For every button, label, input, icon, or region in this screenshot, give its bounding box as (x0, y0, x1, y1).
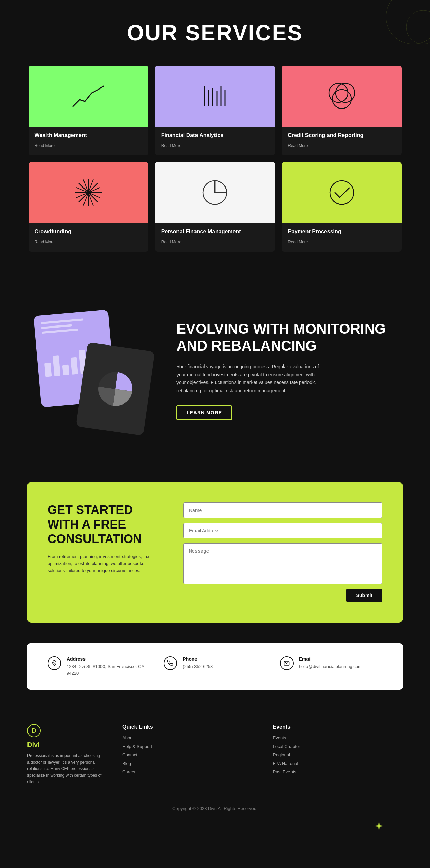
address-icon (48, 656, 61, 670)
analytics-card-body: Financial Data Analytics Read More (155, 127, 275, 155)
consultation-left: GET STARTED WITH A FREE CONSULTATION Fro… (48, 502, 163, 574)
monitoring-illustration (27, 306, 156, 435)
message-input[interactable] (183, 543, 382, 584)
footer-brand-name: Divi (27, 741, 102, 749)
footer-link-events[interactable]: Events (273, 735, 403, 741)
phone-value: (255) 352-6258 (183, 663, 213, 670)
phone-label: Phone (183, 656, 213, 662)
chart-line-2 (41, 324, 72, 329)
footer-copyright: Copyright © 2023 Divi. All Rights Reserv… (27, 799, 403, 811)
svg-point-24 (54, 662, 55, 663)
submit-button[interactable]: Submit (346, 589, 382, 602)
address-info: Address 1234 Divi St. #1000, San Francis… (67, 656, 150, 676)
email-value: hello@divifinancialplanning.com (299, 663, 362, 670)
personal-finance-card-image (155, 162, 275, 223)
wealth-read-more[interactable]: Read More (35, 143, 55, 148)
phone-icon (164, 656, 177, 670)
footer-link-local-chapter[interactable]: Local Chapter (273, 744, 403, 749)
consultation-section: GET STARTED WITH A FREE CONSULTATION Fro… (27, 482, 403, 623)
footer-grid: D Divi Professional is as important as c… (27, 724, 403, 785)
crowdfunding-card-image (29, 162, 148, 223)
email-icon (280, 656, 294, 670)
address-value: 1234 Divi St. #1000, San Francisco, CA 9… (67, 663, 150, 676)
contact-phone-item: Phone (255) 352-6258 (164, 656, 266, 670)
chart-card-front (76, 342, 155, 435)
chart-bar-1 (44, 363, 52, 377)
quick-links-title: Quick Links (122, 724, 253, 730)
contact-address-item: Address 1234 Divi St. #1000, San Francis… (48, 656, 150, 676)
crowdfunding-card-body: Crowdfunding Read More (29, 223, 148, 252)
monitoring-content: EVOLVING WITH MONITORING AND REBALANCING… (176, 320, 403, 420)
analytics-read-more[interactable]: Read More (161, 143, 181, 148)
monitoring-section: EVOLVING WITH MONITORING AND REBALANCING… (0, 279, 430, 462)
monitoring-title: EVOLVING WITH MONITORING AND REBALANCING (176, 320, 403, 355)
footer-link-career[interactable]: Career (122, 769, 253, 774)
footer-events: Events Events Local Chapter Regional FPA… (273, 724, 403, 785)
footer-section: D Divi Professional is as important as c… (0, 704, 430, 825)
crowdfunding-read-more[interactable]: Read More (35, 240, 55, 244)
contact-section: Address 1234 Divi St. #1000, San Francis… (27, 643, 403, 690)
wealth-card-image (29, 66, 148, 127)
credit-card-title: Credit Scoring and Reporting (288, 132, 395, 138)
svg-point-10 (332, 90, 351, 108)
wealth-card-body: Wealth Management Read More (29, 127, 148, 155)
service-card-wealth: Wealth Management Read More (29, 66, 148, 155)
svg-point-1 (406, 10, 430, 44)
footer-link-blog[interactable]: Blog (122, 761, 253, 766)
events-title: Events (273, 724, 403, 730)
chart-line-1 (41, 318, 83, 324)
payment-card-body: Payment Processing Read More (282, 223, 401, 252)
consultation-title: GET STARTED WITH A FREE CONSULTATION (48, 502, 163, 547)
footer-link-past-events[interactable]: Past Events (273, 769, 403, 774)
payment-card-title: Payment Processing (288, 229, 395, 235)
crowdfunding-card-title: Crowdfunding (35, 229, 142, 235)
personal-finance-read-more[interactable]: Read More (161, 240, 181, 244)
consultation-form: Submit (183, 502, 382, 602)
footer-quick-links: Quick Links About Help & Support Contact… (122, 724, 253, 785)
payment-read-more[interactable]: Read More (288, 240, 308, 244)
contact-email-item: Email hello@divifinancialplanning.com (280, 656, 382, 670)
footer-brand-text: Professional is as important as choosing… (27, 753, 102, 785)
address-label: Address (67, 656, 150, 662)
consultation-text: From retirement planning, investment str… (48, 553, 163, 574)
footer-link-help[interactable]: Help & Support (122, 744, 253, 749)
learn-more-button[interactable]: Learn More (176, 405, 232, 420)
credit-read-more[interactable]: Read More (288, 143, 308, 148)
footer-link-fpa-national[interactable]: FPA National (273, 761, 403, 766)
services-grid: Wealth Management Read More Financial Da… (29, 66, 402, 252)
chart-line-3 (42, 329, 78, 334)
services-section: OUR SERVICES Wealth Management Read More (0, 0, 430, 279)
svg-point-0 (386, 0, 430, 44)
personal-finance-card-body: Personal Finance Management Read More (155, 223, 275, 252)
personal-finance-card-title: Personal Finance Management (161, 229, 269, 235)
credit-card-body: Credit Scoring and Reporting Read More (282, 127, 401, 155)
payment-card-image (282, 162, 401, 223)
email-label: Email (299, 656, 362, 662)
star-decoration (372, 819, 386, 834)
footer-link-regional[interactable]: Regional (273, 752, 403, 757)
chart-bar-2 (53, 355, 60, 376)
monitoring-text: Your financial voyage is an ongoing proc… (176, 363, 319, 395)
wealth-card-title: Wealth Management (35, 132, 142, 138)
chart-bar-4 (71, 357, 78, 374)
chart-bar-3 (62, 365, 70, 375)
service-card-personal-finance: Personal Finance Management Read More (155, 162, 275, 252)
analytics-card-image (155, 66, 275, 127)
service-card-credit: Credit Scoring and Reporting Read More (282, 66, 401, 155)
service-card-analytics: Financial Data Analytics Read More (155, 66, 275, 155)
credit-card-image (282, 66, 401, 127)
phone-info: Phone (255) 352-6258 (183, 656, 213, 670)
footer-link-about[interactable]: About (122, 735, 253, 741)
name-input[interactable] (183, 502, 382, 518)
service-card-crowdfunding: Crowdfunding Read More (29, 162, 148, 252)
service-card-payment: Payment Processing Read More (282, 162, 401, 252)
email-info: Email hello@divifinancialplanning.com (299, 656, 362, 670)
email-input[interactable] (183, 523, 382, 538)
footer-link-contact[interactable]: Contact (122, 752, 253, 757)
footer-logo: D (27, 724, 41, 737)
services-title: OUR SERVICES (27, 20, 403, 45)
footer-brand: D Divi Professional is as important as c… (27, 724, 102, 785)
analytics-card-title: Financial Data Analytics (161, 132, 269, 138)
svg-point-22 (330, 181, 354, 204)
